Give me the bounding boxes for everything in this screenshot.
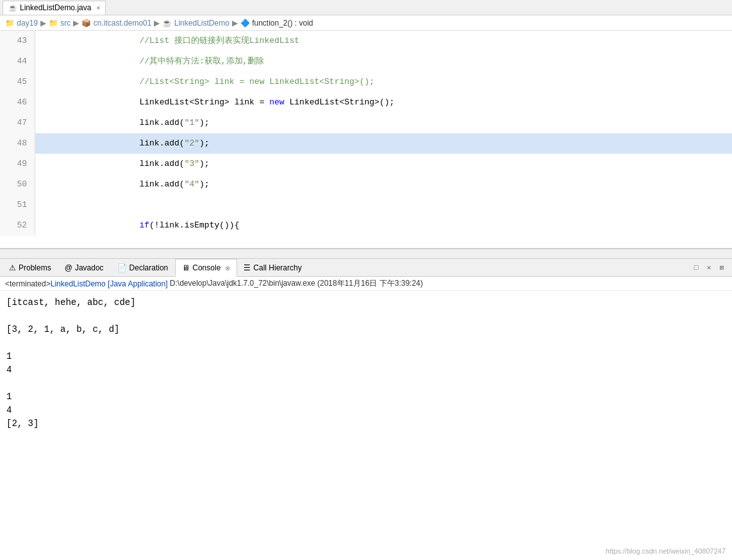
code-line-47: 47 link.add("1"); — [0, 113, 732, 133]
tab-javadoc-label: Javadoc — [75, 263, 104, 272]
close-panel-button[interactable]: ✕ — [704, 263, 714, 273]
tab-declaration[interactable]: 📄 Declaration — [111, 259, 176, 277]
breadcrumb-sep-2: ▶ — [73, 19, 79, 28]
code-line-46: 46 LinkedList<String> link = new LinkedL… — [0, 92, 732, 113]
code-line-48: 48 link.add("2"); — [0, 133, 732, 154]
console-line-3: 1 — [6, 350, 726, 363]
code-line-45: 45 //List<String> link = new LinkedList<… — [0, 72, 732, 92]
problems-icon: ⚠ — [9, 263, 16, 272]
editor-tab-bar: ☕ LinkedListDemo.java × — [0, 0, 732, 15]
code-content-46: LinkedList<String> link = new LinkedList… — [35, 92, 394, 113]
code-line-52: 52 if(!link.isEmpty()){ — [0, 215, 732, 236]
breadcrumb: 📁 day19 ▶ 📁 src ▶ 📦 cn.itcast.demo01 ▶ ☕… — [0, 15, 732, 31]
console-line-2: [3, 2, 1, a, b, c, d] — [6, 323, 726, 336]
code-content-45: //List<String> link = new LinkedList<Str… — [35, 72, 374, 92]
code-editor: 43 //List 接口的链接列表实现LinkedList 44 //其中特有方… — [0, 31, 732, 249]
breadcrumb-item-method[interactable]: 🔷 function_2() : void — [240, 19, 313, 28]
breadcrumb-item-src[interactable]: 📁 src — [49, 19, 71, 28]
console-output: [itcast, hehe, abc, cde] [3, 2, 1, a, b,… — [0, 291, 732, 436]
code-content-48: link.add("2"); — [35, 133, 210, 154]
line-number-52: 52 — [0, 215, 35, 236]
bottom-panel: ⚠ Problems @ Javadoc 📄 Declaration 🖥 Con… — [0, 259, 732, 436]
terminated-text: <terminated> — [5, 279, 51, 288]
code-line-49: 49 link.add("3"); — [0, 154, 732, 174]
code-content-50: link.add("4"); — [35, 174, 210, 195]
console-line-7: [2, 3] — [6, 417, 726, 431]
tab-call-hierarchy-label: Call Hierarchy — [253, 263, 301, 272]
line-number-43: 43 — [0, 31, 35, 51]
line-number-49: 49 — [0, 154, 35, 174]
declaration-icon: 📄 — [117, 263, 127, 272]
console-close-badge: ⊗ — [225, 265, 230, 272]
line-number-48: 48 — [0, 133, 35, 154]
code-content-44: //其中特有方法:获取,添加,删除 — [35, 51, 264, 72]
breadcrumb-item-day19[interactable]: 📁 day19 — [5, 19, 38, 28]
code-line-50: 50 link.add("4"); — [0, 174, 732, 195]
tab-filename: LinkedListDemo.java — [20, 3, 91, 12]
tab-problems-label: Problems — [19, 263, 51, 272]
line-number-45: 45 — [0, 72, 35, 92]
breadcrumb-sep-4: ▶ — [232, 19, 238, 28]
code-content-49: link.add("3"); — [35, 154, 210, 174]
code-line-43: 43 //List 接口的链接列表实现LinkedList — [0, 31, 732, 51]
bottom-tab-bar: ⚠ Problems @ Javadoc 📄 Declaration 🖥 Con… — [0, 259, 732, 277]
tab-close-button[interactable]: × — [96, 4, 100, 12]
breadcrumb-item-class[interactable]: ☕ LinkedListDemo — [162, 19, 229, 28]
editor-tab[interactable]: ☕ LinkedListDemo.java × — [3, 1, 106, 15]
console-line-1: [itcast, hehe, abc, cde] — [6, 296, 726, 309]
tab-javadoc[interactable]: @ Javadoc — [58, 259, 111, 277]
tab-declaration-label: Declaration — [129, 263, 169, 272]
minimize-button[interactable]: □ — [691, 263, 701, 273]
breadcrumb-item-package[interactable]: 📦 cn.itcast.demo01 — [81, 19, 151, 28]
java-file-icon: ☕ — [8, 4, 17, 12]
console-line-5: 1 — [6, 390, 726, 404]
code-line-51: 51 — [0, 195, 732, 215]
console-icon: 🖥 — [182, 263, 190, 272]
breadcrumb-sep-1: ▶ — [40, 19, 46, 28]
tab-problems[interactable]: ⚠ Problems — [3, 259, 58, 277]
console-line-6: 4 — [6, 404, 726, 417]
code-content-47: link.add("1"); — [35, 113, 210, 133]
horizontal-scrollbar[interactable] — [0, 249, 732, 259]
code-line-44: 44 //其中特有方法:获取,添加,删除 — [0, 51, 732, 72]
line-number-50: 50 — [0, 174, 35, 195]
watermark: https://blog.csdn.net/weixin_40807247 — [606, 547, 726, 555]
line-number-47: 47 — [0, 113, 35, 133]
terminated-link: LinkedListDemo [Java Application] — [51, 279, 168, 288]
line-number-51: 51 — [0, 195, 35, 215]
tab-console[interactable]: 🖥 Console ⊗ — [175, 259, 237, 277]
tab-console-label: Console — [192, 263, 220, 272]
terminated-path: D:\develop\Java\jdk1.7.0_72\bin\javaw.ex… — [168, 278, 423, 289]
breadcrumb-sep-3: ▶ — [154, 19, 160, 28]
javadoc-icon: @ — [65, 263, 72, 272]
console-line-4: 4 — [6, 363, 726, 377]
maximize-button[interactable]: ⊠ — [717, 263, 727, 273]
terminated-bar: <terminated> LinkedListDemo [Java Applic… — [0, 277, 732, 291]
line-number-46: 46 — [0, 92, 35, 113]
call-hierarchy-icon: ☰ — [244, 263, 251, 272]
tab-call-hierarchy[interactable]: ☰ Call Hierarchy — [237, 259, 308, 277]
line-number-44: 44 — [0, 51, 35, 72]
bottom-tab-actions: □ ✕ ⊠ — [691, 263, 732, 273]
code-content-43: //List 接口的链接列表实现LinkedList — [35, 31, 299, 51]
code-content-52: if(!link.isEmpty()){ — [35, 215, 239, 236]
